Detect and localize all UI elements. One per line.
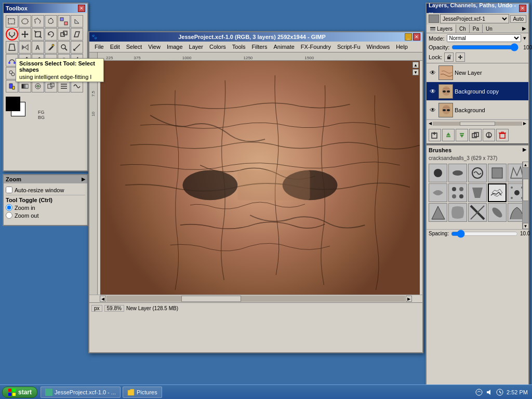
brushes-scroll-thumb[interactable] [523,179,529,201]
layer-scroll-down[interactable]: ▶ [523,121,526,126]
new-layer-button[interactable] [429,129,441,141]
brush-item-7[interactable] [448,183,467,202]
brush-item-12[interactable] [448,203,467,222]
fuzzy-select-tool[interactable] [45,15,57,28]
by-color-select-tool[interactable] [71,15,83,28]
layers-panel-close-button[interactable]: ✕ [519,5,526,12]
brush-item-2[interactable] [448,164,467,182]
brushes-expand[interactable]: ▶ [523,147,526,153]
color-picker-tool[interactable] [45,41,57,54]
menu-fx-foundry[interactable]: FX-Foundry [298,43,334,51]
layer-hscroll-track[interactable] [433,122,522,126]
rect-select-tool[interactable] [6,15,18,28]
layers-tab[interactable]: Layers [427,24,456,33]
mode-chevron[interactable]: ▾ [523,35,526,42]
select-by-color-tool[interactable] [58,15,70,28]
text-tool[interactable]: A [32,41,44,54]
brush-item-6[interactable] [429,183,447,202]
flip-tool[interactable] [19,41,31,54]
zoom-expand[interactable]: ▶ [82,177,85,182]
brushes-vscroll[interactable]: ▲ ▼ [522,162,528,229]
layer-scroll-up[interactable]: ◀ [429,121,432,126]
layer-item-background[interactable]: 👁 Background [427,101,528,119]
layer-hscroll-thumb[interactable] [460,122,496,126]
toolbox-close-button[interactable]: ✕ [78,5,85,12]
hscroll-track[interactable] [107,296,405,302]
blending-mode-select[interactable]: Normal [447,34,521,42]
hscroll-thumb[interactable] [181,296,241,302]
ellipse-select-tool[interactable] [19,15,31,28]
brushes-scroll-up[interactable]: ▲ [523,162,529,168]
layer-item-bg-copy[interactable]: 👁 Background copy [427,82,528,101]
lock-pixels-button[interactable] [444,52,454,62]
taskbar-pictures[interactable]: Pictures [123,387,162,398]
zoom-in-radio[interactable] [6,204,12,211]
layer-visibility-new[interactable]: 👁 [429,69,437,77]
scissors-select-tool[interactable] [6,28,18,41]
layer-visibility-bg-copy[interactable]: 👁 [429,87,437,96]
lock-position-button[interactable] [456,52,465,62]
layer-visibility-bg[interactable]: 👁 [429,106,437,114]
brush-item-4[interactable] [488,164,507,182]
duplicate-layer-button[interactable] [469,129,482,141]
layer-item-new-layer[interactable]: 👁 New Layer [427,63,528,82]
hscroll-right-button[interactable]: ▶ [406,296,412,302]
canvas-vscroll[interactable]: ▲ ▼ [413,62,419,75]
panel-menu-button[interactable]: ▶ [520,24,528,33]
menu-edit[interactable]: Edit [107,43,123,51]
menu-script-fu[interactable]: Script-Fu [334,43,364,51]
unit-selector[interactable]: px [91,305,102,312]
foreground-color-swatch[interactable] [6,97,20,111]
vscroll-up-button[interactable]: ▲ [413,62,419,68]
magnify-tool[interactable] [58,41,70,54]
scale-tool[interactable] [58,28,70,41]
brush-item-1[interactable] [429,164,447,182]
menu-select[interactable]: Select [123,43,145,51]
menu-colors[interactable]: Colors [206,43,229,51]
shear-tool[interactable] [71,28,83,41]
brush-item-9[interactable] [488,183,507,202]
brush-item-11[interactable] [429,203,447,222]
menu-image[interactable]: Image [164,43,186,51]
menu-filters[interactable]: Filters [249,43,271,51]
perspective-tool[interactable] [6,41,18,54]
opacity-slider[interactable] [451,44,518,50]
brush-item-13[interactable] [468,203,487,222]
vscroll-down-button[interactable]: ▼ [413,69,419,75]
hscroll-left-button[interactable]: ◀ [100,296,106,302]
delete-layer-button[interactable] [496,129,509,141]
canvas-area[interactable]: ▲ ▼ [100,61,420,295]
raise-layer-button[interactable] [442,129,455,141]
menu-layer[interactable]: Layer [186,43,207,51]
rotate-tool[interactable] [45,28,57,41]
brushes-scroll-track[interactable] [523,168,529,223]
move-tool[interactable] [19,28,31,41]
gimp-close-button[interactable]: ✕ [413,33,420,41]
brush-item-14[interactable] [488,203,507,222]
paths-tab[interactable]: Pa [470,24,483,33]
measure-tool[interactable] [71,41,83,54]
menu-animate[interactable]: Animate [270,43,297,51]
brush-item-8[interactable] [468,183,487,202]
menu-view[interactable]: View [145,43,164,51]
undo-tab[interactable]: Un [483,24,496,33]
brushes-scroll-down[interactable]: ▼ [523,223,529,229]
free-select-tool[interactable] [32,15,44,28]
channels-tab[interactable]: Ch [456,24,470,33]
menu-help[interactable]: Help [393,43,411,51]
lower-layer-button[interactable] [456,129,468,141]
project-file-select[interactable]: JesseProject.xcf-1 [440,14,509,23]
spacing-slider[interactable] [451,231,518,236]
menu-windows[interactable]: Windows [364,43,393,51]
anchor-layer-button[interactable] [483,129,495,141]
menu-tools[interactable]: Tools [229,43,249,51]
brush-item-3[interactable] [468,164,487,182]
zoom-out-radio[interactable] [6,212,12,219]
taskbar-gimp[interactable]: JesseProject.xcf-1.0 - ... [41,387,121,398]
start-button[interactable]: start [2,387,37,398]
zoom-level[interactable]: 59.8% [104,305,124,312]
auto-resize-checkbox[interactable] [6,187,12,193]
gimp-minimize-button[interactable]: _ [405,33,412,41]
crop-tool[interactable] [32,28,44,41]
auto-button[interactable]: Auto [510,15,526,23]
